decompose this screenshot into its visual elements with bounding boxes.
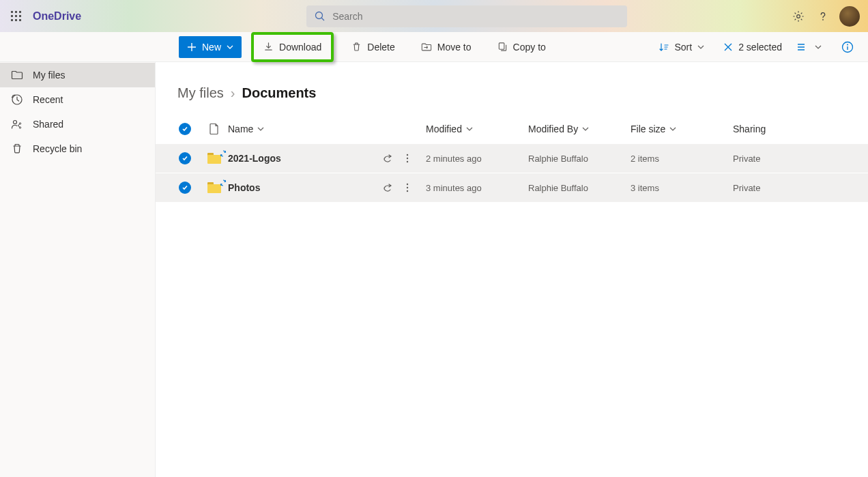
search-box[interactable]	[306, 5, 627, 27]
trash-icon	[11, 143, 23, 155]
check-icon	[182, 155, 188, 162]
download-icon	[263, 42, 274, 52]
move-to-label: Move to	[437, 42, 472, 53]
sort-label: Sort	[674, 42, 692, 53]
select-all-checkbox[interactable]	[179, 123, 191, 135]
column-name[interactable]: Name	[228, 124, 426, 134]
svg-rect-7	[15, 19, 17, 21]
sync-icon	[220, 179, 227, 186]
nav-label: Shared	[33, 119, 63, 130]
sidebar: Ralphie Buffalo My files Recent Shared R…	[0, 32, 156, 477]
help-button[interactable]	[812, 5, 834, 27]
share-icon[interactable]	[382, 153, 393, 164]
row-checkbox[interactable]	[179, 182, 191, 194]
clock-icon	[11, 93, 23, 106]
chevron-down-icon	[227, 44, 233, 50]
column-file-size[interactable]: File size	[631, 124, 733, 134]
svg-point-19	[847, 44, 848, 45]
share-icon[interactable]	[382, 182, 393, 193]
close-icon	[723, 42, 733, 52]
svg-point-11	[797, 14, 800, 18]
column-sharing[interactable]: Sharing	[733, 124, 854, 134]
nav-recycle-bin[interactable]: Recycle bin	[0, 136, 155, 161]
download-highlight: Download	[251, 32, 334, 62]
move-to-icon	[421, 42, 432, 53]
svg-rect-0	[11, 11, 13, 13]
view-options-button[interactable]	[793, 36, 826, 58]
download-label: Download	[279, 42, 321, 53]
breadcrumb-parent[interactable]: My files	[177, 85, 224, 101]
app-header: OneDrive	[0, 0, 868, 32]
main-content: My files › Documents Name Modified Mo	[156, 62, 868, 202]
nav-label: Recent	[33, 94, 63, 105]
svg-rect-3	[11, 15, 13, 17]
svg-rect-5	[19, 15, 21, 17]
breadcrumb-current: Documents	[242, 85, 316, 101]
help-icon	[817, 10, 829, 23]
selected-label: 2 selected	[738, 42, 782, 53]
sort-icon	[659, 42, 669, 52]
delete-label: Delete	[367, 42, 394, 53]
cell-modified-by: Ralphie Buffalo	[528, 183, 631, 193]
svg-point-14	[14, 121, 17, 124]
chevron-down-icon	[815, 44, 822, 50]
command-toolbar: New Download Delete Move to Copy to Sort…	[0, 32, 868, 62]
brand-label[interactable]: OneDrive	[33, 10, 81, 23]
nav-shared[interactable]: Shared	[0, 112, 155, 136]
copy-to-button[interactable]: Copy to	[489, 36, 554, 58]
more-icon[interactable]	[403, 153, 412, 164]
settings-button[interactable]	[787, 5, 809, 27]
chevron-down-icon	[582, 126, 589, 132]
person-share-icon	[11, 118, 23, 130]
sort-button[interactable]: Sort	[651, 36, 712, 58]
svg-point-12	[822, 19, 824, 20]
chevron-down-icon	[669, 126, 676, 132]
folder-icon	[207, 153, 221, 164]
check-icon	[182, 126, 188, 132]
table-row[interactable]: Photos 3 minutes ago Ralphie Buffalo 3 i…	[156, 173, 868, 202]
table-row[interactable]: 2021-Logos 2 minutes ago Ralphie Buffalo…	[156, 143, 868, 173]
folder-outline-icon	[11, 69, 23, 81]
svg-rect-4	[15, 15, 17, 17]
cell-sharing: Private	[733, 183, 854, 193]
delete-button[interactable]: Delete	[343, 36, 403, 58]
move-to-button[interactable]: Move to	[413, 36, 480, 58]
row-checkbox[interactable]	[179, 152, 191, 164]
svg-point-21	[407, 158, 408, 159]
svg-rect-2	[19, 11, 21, 13]
search-icon	[315, 11, 326, 22]
delete-icon	[351, 42, 362, 52]
svg-rect-17	[499, 43, 504, 49]
nav-recent[interactable]: Recent	[0, 87, 155, 112]
app-launcher-button[interactable]	[8, 8, 25, 25]
svg-point-22	[407, 161, 408, 162]
chevron-down-icon	[257, 126, 264, 132]
chevron-down-icon	[466, 126, 473, 132]
gear-icon	[792, 10, 805, 23]
file-type-icon[interactable]	[209, 123, 220, 135]
column-modified-by[interactable]: Modified By	[528, 124, 631, 134]
svg-point-24	[407, 187, 408, 188]
plus-icon	[187, 42, 197, 52]
search-input[interactable]	[332, 11, 619, 22]
svg-point-20	[407, 154, 408, 156]
cell-modified-by: Ralphie Buffalo	[528, 154, 631, 164]
check-icon	[182, 184, 188, 191]
svg-rect-8	[19, 19, 21, 21]
new-button[interactable]: New	[179, 36, 242, 58]
folder-icon	[207, 182, 221, 193]
nav-my-files[interactable]: My files	[0, 63, 155, 87]
nav-label: My files	[33, 70, 65, 81]
svg-point-23	[407, 184, 408, 185]
column-modified[interactable]: Modified	[426, 124, 528, 134]
item-name[interactable]: 2021-Logos	[228, 153, 281, 164]
download-button[interactable]: Download	[255, 36, 330, 58]
info-button[interactable]	[837, 36, 858, 58]
chevron-right-icon: ›	[231, 85, 235, 101]
chevron-down-icon	[697, 44, 704, 50]
more-icon[interactable]	[403, 182, 412, 193]
user-avatar[interactable]	[839, 6, 860, 27]
nav-label: Recycle bin	[33, 143, 82, 154]
item-name[interactable]: Photos	[228, 182, 260, 193]
selection-count[interactable]: 2 selected	[723, 42, 782, 53]
